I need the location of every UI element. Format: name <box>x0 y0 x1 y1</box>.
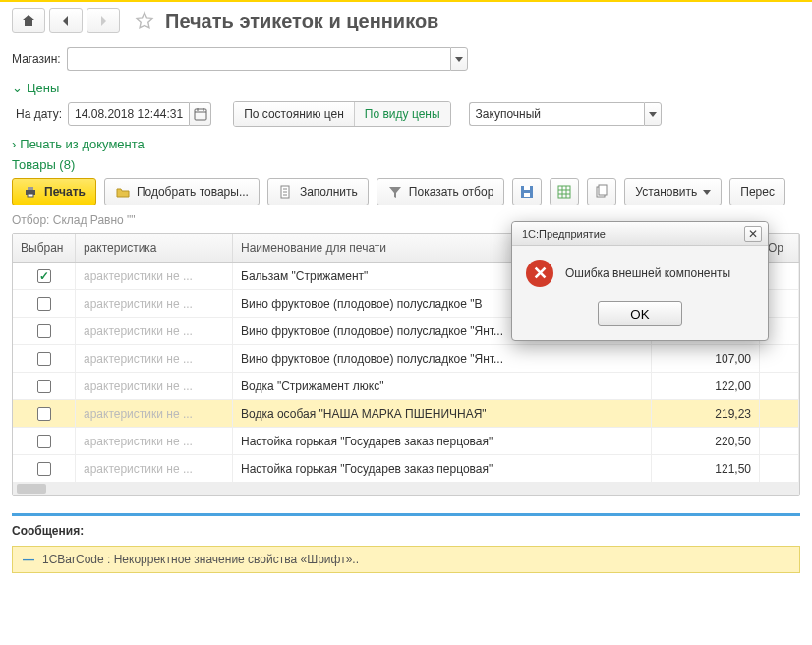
save-button[interactable] <box>512 178 542 205</box>
row-characteristic[interactable]: арактеристики не ... <box>76 263 233 289</box>
print-button[interactable]: Печать <box>12 178 96 205</box>
home-icon <box>21 13 36 29</box>
row-checkbox[interactable] <box>37 407 51 421</box>
error-dialog: 1С:Предприятие ✕ ✕ Ошибка внешней компон… <box>511 221 769 341</box>
table-row[interactable]: арактеристики не ...Водка особая "НАША М… <box>13 400 799 428</box>
row-checkbox[interactable] <box>37 435 51 448</box>
svg-rect-3 <box>28 194 33 197</box>
store-dropdown-button[interactable] <box>450 47 468 71</box>
fill-button[interactable]: Заполнить <box>267 178 369 205</box>
arrow-right-icon <box>95 13 111 29</box>
row-org[interactable] <box>760 455 799 482</box>
doc-section-toggle[interactable]: › Печать из документа <box>12 137 800 151</box>
row-characteristic[interactable]: арактеристики не ... <box>76 373 233 399</box>
chevron-down-icon <box>703 190 711 195</box>
filter-icon <box>387 184 403 200</box>
show-filter-label: Показать отбор <box>409 185 493 199</box>
price-type-field[interactable]: Закупочный <box>469 102 644 126</box>
error-icon: ✕ <box>526 260 553 287</box>
prices-section-toggle[interactable]: ⌄ Цены <box>12 81 800 95</box>
row-org[interactable] <box>760 345 799 372</box>
favorite-star-icon[interactable] <box>134 10 155 31</box>
message-item[interactable]: — 1CBarCode : Некорректное значение свой… <box>12 546 800 573</box>
col-characteristic[interactable]: рактеристика <box>76 234 233 262</box>
dialog-ok-button[interactable]: OK <box>598 301 682 326</box>
close-icon: ✕ <box>748 227 758 241</box>
date-field[interactable]: 14.08.2018 12:44:31 <box>68 102 190 126</box>
row-price[interactable]: 107,00 <box>652 345 760 372</box>
row-price[interactable]: 122,00 <box>652 373 760 399</box>
row-characteristic[interactable]: арактеристики не ... <box>76 345 233 372</box>
svg-rect-6 <box>524 193 530 197</box>
price-mode-segment: По состоянию цен По виду цены <box>233 101 450 127</box>
home-button[interactable] <box>12 8 45 33</box>
row-checkbox[interactable] <box>37 352 51 366</box>
horizontal-scrollbar[interactable] <box>13 483 799 495</box>
forward-button[interactable] <box>87 8 120 33</box>
message-text: 1CBarCode : Некорректное значение свойст… <box>42 553 359 566</box>
row-checkbox-cell <box>13 373 76 399</box>
copy-button[interactable] <box>587 178 616 205</box>
chevron-down-icon <box>649 112 657 117</box>
table-row[interactable]: арактеристики не ...Настойка горькая "Го… <box>13 455 799 483</box>
reassign-button[interactable]: Перес <box>729 178 785 205</box>
doc-section-title: Печать из документа <box>20 137 144 151</box>
table-row[interactable]: арактеристики не ...Настойка горькая "Го… <box>13 428 799 455</box>
page-title: Печать этикеток и ценников <box>165 10 438 32</box>
row-checkbox[interactable] <box>37 324 51 338</box>
chevron-down-icon <box>455 57 463 62</box>
row-name[interactable]: Настойка горькая "Государев заказ перцов… <box>233 455 652 482</box>
row-characteristic[interactable]: арактеристики не ... <box>76 400 233 427</box>
row-name[interactable]: Настойка горькая "Государев заказ перцов… <box>233 428 652 454</box>
dialog-title: 1С:Предприятие <box>522 228 606 240</box>
row-checkbox[interactable] <box>37 380 51 393</box>
row-price[interactable]: 121,50 <box>652 455 760 482</box>
col-selected[interactable]: Выбран <box>13 234 76 262</box>
goods-counter: Товары (8) <box>12 157 800 172</box>
back-button[interactable] <box>49 8 83 33</box>
row-characteristic[interactable]: арактеристики не ... <box>76 428 233 454</box>
svg-rect-7 <box>524 186 530 190</box>
set-button[interactable]: Установить <box>624 178 722 205</box>
dialog-text: Ошибка внешней компоненты <box>565 266 730 280</box>
row-name[interactable]: Водка особая "НАША МАРКА ПШЕНИЧНАЯ" <box>233 400 652 427</box>
row-price[interactable]: 220,50 <box>652 428 760 454</box>
price-mode-by-state[interactable]: По состоянию цен <box>234 102 354 126</box>
set-button-label: Установить <box>635 185 697 199</box>
dialog-close-button[interactable]: ✕ <box>744 226 762 242</box>
date-picker-button[interactable] <box>190 102 211 126</box>
row-price[interactable]: 219,23 <box>652 400 760 427</box>
reassign-label: Перес <box>740 185 775 199</box>
svg-rect-0 <box>195 109 206 120</box>
arrow-left-icon <box>58 13 74 29</box>
price-type-dropdown-button[interactable] <box>644 102 662 126</box>
row-org[interactable] <box>760 373 799 399</box>
scrollbar-thumb[interactable] <box>17 484 46 494</box>
price-mode-by-type[interactable]: По виду цены <box>355 102 450 126</box>
svg-rect-8 <box>558 186 570 198</box>
row-name[interactable]: Водка "Стрижамент люкс" <box>233 373 652 399</box>
show-filter-button[interactable]: Показать отбор <box>377 178 504 205</box>
folder-icon <box>115 184 131 200</box>
calendar-icon <box>193 106 208 122</box>
messages-title: Сообщения: <box>12 524 800 538</box>
row-characteristic[interactable]: арактеристики не ... <box>76 318 233 344</box>
row-checkbox[interactable] <box>37 269 51 283</box>
row-checkbox-cell <box>13 428 76 454</box>
pick-goods-button[interactable]: Подобрать товары... <box>104 178 260 205</box>
row-checkbox-cell <box>13 455 76 482</box>
fill-label: Заполнить <box>300 185 358 199</box>
row-org[interactable] <box>760 400 799 427</box>
store-field[interactable] <box>67 47 450 71</box>
row-checkbox[interactable] <box>37 297 51 311</box>
copy-icon <box>594 184 609 200</box>
row-characteristic[interactable]: арактеристики не ... <box>76 290 233 317</box>
row-checkbox[interactable] <box>37 462 51 476</box>
row-org[interactable] <box>760 428 799 454</box>
table-button[interactable] <box>550 178 579 205</box>
table-row[interactable]: арактеристики не ...Водка "Стрижамент лю… <box>13 373 799 400</box>
table-row[interactable]: арактеристики не ...Вино фруктовое (плод… <box>13 345 799 373</box>
row-characteristic[interactable]: арактеристики не ... <box>76 455 233 482</box>
row-checkbox-cell <box>13 263 76 289</box>
row-name[interactable]: Вино фруктовое (плодовое) полусладкое "Я… <box>233 345 652 372</box>
